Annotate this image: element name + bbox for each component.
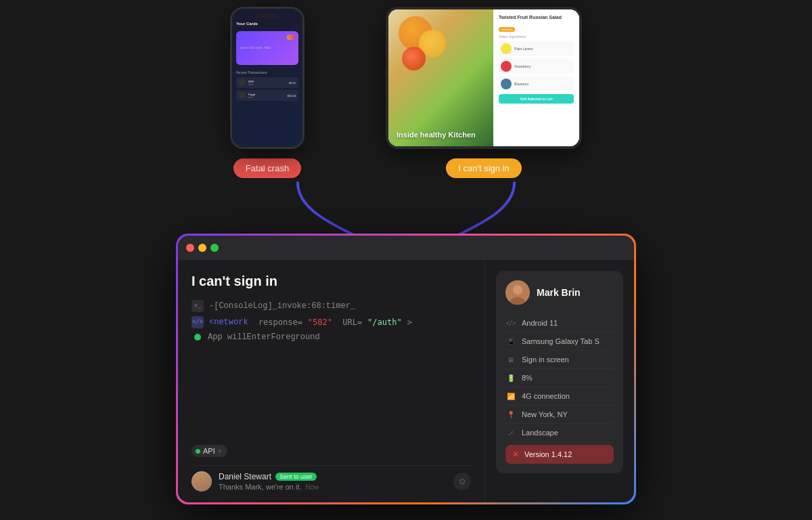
log-line-1: >_ -[ConsoleLog]_invoke:68:timer_ bbox=[191, 300, 471, 312]
battery-text: 8% bbox=[522, 374, 533, 382]
tag-row: API × bbox=[191, 445, 471, 457]
tablet-mockup: Inside healthy Kitchen Twisted Fruit Rus… bbox=[386, 7, 582, 178]
fruit-3 bbox=[402, 47, 426, 70]
screen-icon: 🖥 bbox=[505, 354, 516, 365]
avatar-face bbox=[191, 471, 212, 492]
user-info-orientation: ⤢ Landscape bbox=[505, 424, 614, 442]
log-text-1: -[ConsoleLog]_invoke:68:timer_ bbox=[209, 301, 355, 311]
comment-info: Daniel Stewart Sent to user Thanks Mark,… bbox=[219, 472, 447, 491]
panel-title: I can't sign in bbox=[191, 274, 471, 289]
log-url-val: "/auth" bbox=[367, 318, 402, 327]
add-selected-button[interactable]: Add Selected to List bbox=[499, 94, 574, 104]
user-info-platform: </> Android 11 bbox=[505, 314, 614, 332]
comment-text-row: Thanks Mark, we're on it. Now bbox=[219, 483, 447, 491]
tablet-frame: Inside healthy Kitchen Twisted Fruit Rus… bbox=[386, 7, 582, 149]
user-info-device: 📱 Samsung Galaxy Tab S bbox=[505, 332, 614, 351]
main-window: I can't sign in >_ -[ConsoleLog]_invoke:… bbox=[176, 234, 636, 504]
transaction-row: NPD store $2.51 bbox=[236, 77, 298, 88]
log-response-val: "502" bbox=[308, 318, 332, 327]
ingredients-title: Select Ingredients bbox=[499, 35, 574, 39]
main-window-inner: I can't sign in >_ -[ConsoleLog]_invoke:… bbox=[178, 236, 634, 502]
user-header: Mark Brin bbox=[505, 280, 614, 305]
location-icon: 📍 bbox=[505, 409, 516, 420]
phone-frame: Your Cards 4542 102 4595 7842 Recent Tra… bbox=[230, 7, 304, 149]
location-text: New York, NY bbox=[522, 410, 568, 418]
phone-title: Your Cards bbox=[236, 22, 298, 26]
sent-badge: Sent to user bbox=[275, 473, 317, 481]
terminal-icon: >_ bbox=[191, 300, 204, 312]
left-panel: I can't sign in >_ -[ConsoleLog]_invoke:… bbox=[178, 260, 485, 502]
tablet-title: Inside healthy Kitchen bbox=[397, 130, 476, 139]
recipe-title: Twisted Fruit Russian Salad bbox=[499, 15, 574, 20]
window-titlebar bbox=[178, 236, 634, 260]
transaction-dot bbox=[239, 92, 246, 99]
log-url-attr: URL= bbox=[338, 318, 362, 327]
window-dot-yellow[interactable] bbox=[198, 244, 206, 252]
orientation-text: Landscape bbox=[522, 429, 558, 437]
cant-sign-badge[interactable]: I can't sign in bbox=[446, 158, 521, 178]
wifi-icon: 📶 bbox=[505, 391, 516, 402]
emoji-button[interactable]: ⊙ bbox=[453, 473, 471, 490]
user-avatar bbox=[505, 280, 530, 305]
mastercard-icon bbox=[287, 35, 295, 40]
code-icon: </> bbox=[505, 318, 516, 328]
log-line-2: </> <network response= "502" URL= "/auth… bbox=[191, 316, 471, 328]
version-text: Version 1.4.12 bbox=[524, 450, 572, 458]
battery-icon: 🔋 bbox=[505, 372, 516, 383]
log-foreground: App willEnterForeground bbox=[208, 332, 320, 342]
comment-author: Daniel Stewart bbox=[219, 472, 271, 481]
user-card: Mark Brin </> Android 11 📱 Samsung Galax… bbox=[496, 271, 623, 473]
tablet-right-panel: Twisted Fruit Russian Salad Selected Sel… bbox=[493, 9, 579, 146]
log-network-tag: <network bbox=[209, 318, 248, 327]
comment-text: Thanks Mark, we're on it. bbox=[219, 483, 302, 491]
recipe-badge: Selected bbox=[499, 27, 515, 32]
transactions-title: Recent Transactions bbox=[236, 70, 298, 74]
transaction-info: NPD store bbox=[248, 80, 289, 86]
api-tag-dot bbox=[196, 449, 200, 454]
log-line-3: App willEnterForeground bbox=[191, 332, 471, 342]
comment-avatar bbox=[191, 471, 212, 492]
top-section: Your Cards 4542 102 4595 7842 Recent Tra… bbox=[0, 0, 812, 196]
user-info-location: 📍 New York, NY bbox=[505, 406, 614, 424]
user-name: Mark Brin bbox=[537, 287, 581, 298]
device-text: Samsung Galaxy Tab S bbox=[522, 337, 600, 345]
ingredient-dot bbox=[501, 43, 512, 54]
user-info-connection: 📶 4G connection bbox=[505, 387, 614, 406]
phone-mockup: Your Cards 4542 102 4595 7842 Recent Tra… bbox=[230, 7, 304, 178]
tablet-image-area: Inside healthy Kitchen bbox=[388, 9, 493, 146]
transaction-dot bbox=[239, 79, 246, 86]
transaction-row: Paypl store $12.24 bbox=[236, 90, 298, 101]
tablet-left-panel: Inside healthy Kitchen bbox=[388, 9, 493, 146]
ingredient-dot bbox=[501, 61, 512, 72]
api-tag[interactable]: API × bbox=[191, 445, 227, 457]
phone-card-number: 4542 102 4595 7842 bbox=[240, 46, 294, 49]
comment-row: Daniel Stewart Sent to user Thanks Mark,… bbox=[191, 465, 471, 492]
phone-card: 4542 102 4595 7842 bbox=[236, 31, 298, 65]
tag-remove-button[interactable]: × bbox=[218, 448, 222, 455]
window-body: I can't sign in >_ -[ConsoleLog]_invoke:… bbox=[178, 260, 634, 502]
platform-text: Android 11 bbox=[522, 319, 558, 327]
ingredient-row: Blueberry bbox=[499, 77, 574, 91]
orientation-icon: ⤢ bbox=[505, 427, 516, 438]
network-icon: </> bbox=[191, 316, 204, 328]
connection-text: 4G connection bbox=[522, 392, 570, 400]
ingredient-dot bbox=[501, 79, 512, 89]
right-panel: Mark Brin </> Android 11 📱 Samsung Galax… bbox=[485, 260, 634, 502]
version-warning-icon: ✕ bbox=[512, 450, 519, 459]
transaction-info: Paypl store bbox=[248, 93, 288, 99]
window-dot-red[interactable] bbox=[186, 244, 194, 252]
version-row: ✕ Version 1.4.12 bbox=[505, 445, 614, 464]
user-info-battery: 🔋 8% bbox=[505, 369, 614, 387]
api-tag-label: API bbox=[203, 447, 215, 455]
phone-notch bbox=[257, 14, 277, 18]
fatal-crash-badge[interactable]: Fatal crash bbox=[233, 158, 301, 178]
phone-icon: 📱 bbox=[505, 336, 516, 347]
avatar-svg bbox=[505, 280, 530, 305]
log-area: >_ -[ConsoleLog]_invoke:68:timer_ </> <n… bbox=[191, 300, 471, 437]
log-close-tag: > bbox=[407, 318, 412, 327]
screen-text: Sign in screen bbox=[522, 355, 569, 364]
circle-green-icon bbox=[194, 334, 201, 341]
log-response-attr: response= bbox=[254, 318, 302, 327]
comment-time: Now bbox=[306, 483, 319, 491]
window-dot-green[interactable] bbox=[210, 244, 219, 252]
